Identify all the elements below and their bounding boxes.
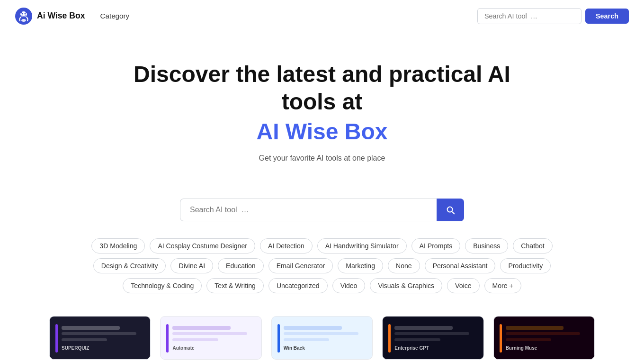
- main-search-section: [170, 199, 474, 221]
- tag-item[interactable]: Marketing: [338, 258, 383, 273]
- tool-card[interactable]: SUPERQUIZ: [49, 316, 151, 360]
- cards-section: SUPERQUIZ Automate Win Back: [38, 316, 606, 360]
- hero-brand-name: AI Wise Box: [109, 118, 535, 145]
- tag-item[interactable]: Email Generator: [268, 258, 333, 273]
- tag-item[interactable]: Uncategorized: [268, 278, 328, 293]
- tag-item[interactable]: None: [388, 258, 420, 273]
- navbar-left: Ai Wise Box Category: [15, 8, 133, 25]
- tag-item[interactable]: Education: [218, 258, 264, 273]
- category-nav[interactable]: Category: [97, 10, 134, 22]
- hero-title: Discover the latest and practical AI too…: [109, 61, 535, 145]
- tool-card[interactable]: Win Back: [271, 316, 373, 360]
- hero-subtitle: Get your favorite AI tools at one place: [9, 154, 635, 163]
- navbar-right: Search: [477, 8, 629, 24]
- tag-item[interactable]: Chatbot: [513, 238, 552, 253]
- tag-item[interactable]: Visuals & Graphics: [370, 278, 442, 293]
- tag-item[interactable]: Voice: [447, 278, 479, 293]
- logo-text: Ai Wise Box: [37, 11, 85, 21]
- tag-item[interactable]: Business: [465, 238, 508, 253]
- tag-item[interactable]: AI Handwriting Simulator: [317, 238, 407, 253]
- tag-item[interactable]: Technology & Coding: [123, 278, 202, 293]
- main-search-button[interactable]: [437, 199, 464, 221]
- tag-item[interactable]: AI Cosplay Costume Designer: [150, 238, 255, 253]
- svg-point-6: [21, 19, 26, 22]
- main-search-input[interactable]: [180, 199, 437, 221]
- logo-link[interactable]: Ai Wise Box: [15, 8, 85, 25]
- search-icon: [445, 205, 456, 215]
- tag-item[interactable]: AI Prompts: [411, 238, 461, 253]
- nav-search-button[interactable]: Search: [585, 9, 629, 24]
- svg-point-2: [22, 13, 23, 14]
- tags-section: 3D ModelingAI Cosplay Costume DesignerAI…: [62, 238, 582, 293]
- tool-card[interactable]: Automate: [160, 316, 261, 360]
- tag-item[interactable]: 3D Modeling: [91, 238, 145, 253]
- tag-item[interactable]: AI Detection: [260, 238, 313, 253]
- hero-title-line1: Discover the latest and practical AI too…: [134, 62, 510, 114]
- svg-point-3: [25, 13, 26, 14]
- hero-section: Discover the latest and practical AI too…: [0, 32, 644, 181]
- logo-icon: [15, 8, 32, 25]
- svg-rect-5: [26, 11, 27, 13]
- tag-item[interactable]: Productivity: [500, 258, 551, 273]
- tool-card[interactable]: Burning Muse: [493, 316, 595, 360]
- svg-rect-4: [20, 11, 22, 13]
- tag-item[interactable]: Personal Assistant: [425, 258, 496, 273]
- tag-item[interactable]: Text & Writing: [206, 278, 264, 293]
- tag-item[interactable]: Design & Creativity: [93, 258, 166, 273]
- tag-item[interactable]: Divine AI: [170, 258, 213, 273]
- tag-item[interactable]: Video: [332, 278, 366, 293]
- tag-item[interactable]: More +: [484, 278, 521, 293]
- nav-search-input[interactable]: [477, 8, 581, 24]
- navbar: Ai Wise Box Category Search: [0, 0, 644, 32]
- tool-card[interactable]: Enterprise GPT: [382, 316, 483, 360]
